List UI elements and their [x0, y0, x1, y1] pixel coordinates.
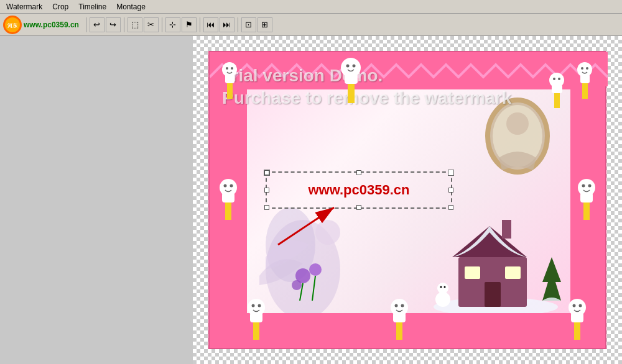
svg-rect-65: [348, 81, 355, 103]
svg-point-42: [220, 179, 237, 196]
menu-watermark[interactable]: Watermark: [1, 1, 47, 12]
menu-montage[interactable]: Montage: [111, 1, 151, 12]
handle-leftmid[interactable]: [264, 188, 269, 193]
svg-point-39: [586, 67, 588, 70]
url-watermark-text: www.pc0359.cn: [308, 182, 409, 198]
svg-point-25: [444, 286, 446, 288]
ice-cream-leftmid: [213, 176, 244, 225]
image-canvas: Trial version Demo. Purchase to remove t…: [208, 51, 606, 349]
svg-rect-18: [465, 266, 480, 279]
svg-point-12: [292, 280, 302, 290]
svg-point-53: [252, 304, 255, 307]
canvas-area: Trial version Demo. Purchase to remove t…: [193, 36, 622, 364]
toolbar-sep-1: [86, 17, 86, 32]
svg-point-64: [579, 304, 582, 307]
svg-point-54: [258, 304, 261, 307]
flower-decoration: [284, 251, 346, 301]
svg-point-63: [573, 304, 576, 307]
svg-point-52: [248, 299, 265, 316]
svg-rect-50: [253, 320, 259, 340]
logo-url: www.pc0359.cn: [24, 20, 79, 29]
svg-marker-27: [542, 257, 561, 282]
svg-point-69: [353, 65, 356, 68]
ice-cream-rightmid: [571, 176, 602, 225]
house-illustration: [427, 214, 564, 313]
svg-point-22: [435, 292, 450, 307]
handle-topright[interactable]: [448, 170, 453, 175]
next-button[interactable]: ⏭: [220, 17, 234, 32]
svg-point-58: [395, 304, 398, 307]
svg-point-73: [553, 78, 555, 80]
svg-point-32: [222, 62, 237, 77]
ice-cream-bottomright: [562, 296, 593, 345]
handle-topmid[interactable]: [356, 170, 361, 175]
svg-rect-21: [502, 220, 511, 239]
svg-point-72: [549, 73, 564, 88]
svg-point-62: [569, 299, 586, 316]
svg-point-44: [230, 184, 233, 188]
ice-cream-topleft: [216, 58, 244, 104]
svg-point-9: [506, 112, 529, 135]
svg-point-49: [588, 184, 592, 188]
svg-point-24: [440, 286, 442, 288]
toolbar-sep-3: [162, 17, 162, 32]
svg-rect-40: [225, 200, 231, 220]
ice-cream-bottomleft: [241, 296, 272, 345]
svg-point-23: [437, 283, 448, 294]
handle-bottommid[interactable]: [356, 205, 361, 210]
crop-button[interactable]: ✂: [144, 17, 159, 32]
svg-point-59: [401, 304, 404, 307]
svg-rect-70: [554, 91, 560, 108]
svg-point-11: [309, 263, 322, 276]
svg-point-33: [226, 67, 228, 70]
logo-area: 河东 www.pc0359.cn: [2, 15, 79, 35]
frame-background: Trial version Demo. Purchase to remove t…: [208, 51, 606, 349]
svg-point-68: [346, 65, 350, 68]
menu-crop[interactable]: Crop: [47, 1, 73, 12]
toolbar-sep-2: [124, 17, 124, 32]
svg-rect-20: [485, 282, 501, 307]
ice-cream-bottomcenter: [384, 296, 415, 345]
handle-bottomleft[interactable]: [264, 205, 269, 210]
ice-cream-topcenter: [334, 55, 368, 107]
handle-topleft[interactable]: [264, 170, 269, 175]
svg-point-43: [224, 184, 227, 188]
undo-button[interactable]: ↩: [90, 17, 104, 32]
svg-rect-45: [583, 200, 590, 220]
svg-text:河东: 河东: [7, 22, 18, 29]
menu-timeline[interactable]: Timeline: [73, 1, 111, 12]
prev-button[interactable]: ⏮: [203, 17, 218, 32]
redo-button[interactable]: ↪: [106, 17, 121, 32]
main-area: Trial version Demo. Purchase to remove t…: [0, 36, 622, 364]
app-logo-icon: 河东: [2, 15, 22, 35]
menu-bar: Watermark Crop Timeline Montage: [0, 0, 622, 14]
select-button[interactable]: ⬚: [128, 17, 142, 32]
svg-point-48: [582, 184, 585, 188]
toolbar-sep-5: [238, 17, 238, 32]
svg-line-14: [312, 276, 315, 301]
svg-point-6: [315, 220, 340, 245]
actual-button[interactable]: ⊞: [258, 17, 272, 32]
ice-cream-topright: [571, 58, 599, 104]
svg-rect-55: [396, 320, 402, 340]
url-watermark-box[interactable]: www.pc0359.cn: [266, 171, 452, 209]
ice-cream-topfar-right: [543, 71, 571, 113]
svg-rect-60: [574, 320, 580, 340]
svg-point-47: [578, 179, 595, 196]
handle-rightmid[interactable]: [448, 188, 453, 193]
svg-point-37: [577, 62, 592, 77]
svg-point-34: [231, 67, 233, 70]
handle-bottomright[interactable]: [448, 205, 453, 210]
fit-button[interactable]: ⊡: [241, 17, 256, 32]
svg-point-57: [391, 299, 408, 316]
svg-rect-19: [505, 266, 521, 279]
svg-point-74: [558, 78, 560, 80]
left-panel: [0, 36, 193, 364]
toolbar-sep-4: [200, 17, 200, 32]
svg-point-67: [341, 58, 361, 78]
svg-point-38: [581, 67, 583, 70]
transform-button[interactable]: ⊹: [165, 17, 180, 32]
portrait-frame: [483, 96, 552, 176]
toolbar: 河东 www.pc0359.cn ↩ ↪ ⬚ ✂ ⊹ ⚑ ⏮ ⏭ ⊡ ⊞: [0, 14, 622, 36]
flag-button[interactable]: ⚑: [182, 17, 197, 32]
